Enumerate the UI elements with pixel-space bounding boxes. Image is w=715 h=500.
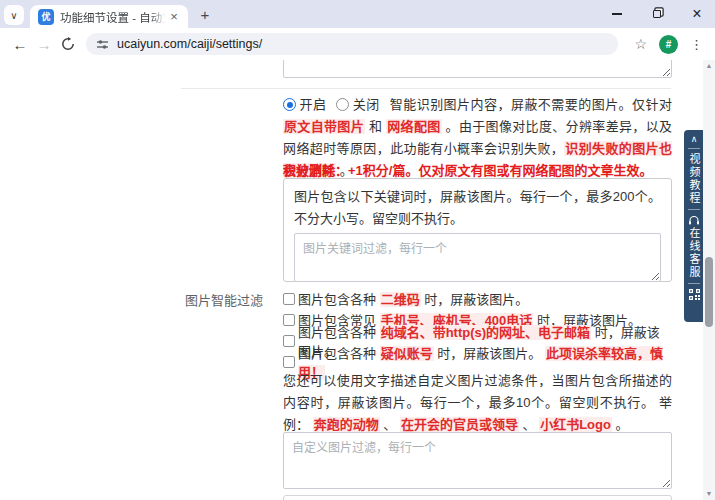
page-scrollbar[interactable]: ▲ ▼ xyxy=(703,60,715,500)
reload-icon xyxy=(61,37,75,51)
row-label-image-smart-filter: 图片智能过滤 xyxy=(185,290,263,309)
floating-side-panel: ∧ 视频教程 在线客服 xyxy=(684,130,704,322)
keyword-filter-group: 图片包含以下关键词时，屏蔽该图片。每行一个，最多200个。不分大小写。留空则不执… xyxy=(283,178,672,282)
checkbox-suspected-account[interactable]: 图片包含各种 疑似账号 时，屏蔽该图片。 此项误杀率较高，慎用！ xyxy=(283,351,672,372)
back-button[interactable]: ← xyxy=(8,32,32,56)
profile-avatar[interactable]: # xyxy=(659,35,678,54)
plus-icon: + xyxy=(201,6,210,23)
checkbox-qr-code[interactable]: 图片包含各种 二维码 时，屏蔽该图片。 xyxy=(283,288,672,309)
panel-divider xyxy=(688,148,700,149)
minimize-icon xyxy=(612,13,622,15)
scrollbar-thumb[interactable] xyxy=(705,257,713,327)
qr-code-icon[interactable] xyxy=(689,289,700,300)
checkbox-qr-code-label: 图片包含各种 二维码 时，屏蔽该图片。 xyxy=(298,289,528,308)
radio-on[interactable] xyxy=(283,98,296,111)
panel-divider xyxy=(688,209,700,210)
custom-filter-textarea[interactable] xyxy=(283,432,672,489)
minimize-button[interactable] xyxy=(609,6,625,22)
toolbar-right: ☆ # ⋮ xyxy=(634,35,707,54)
browser-toolbar: ← → ucaiyun.com/caiji/settings/ ☆ # ⋮ xyxy=(0,28,715,60)
keyword-filter-description: 图片包含以下关键词时，屏蔽该图片。每行一个，最多200个。不分大小写。留空则不执… xyxy=(294,186,661,230)
checkbox-icon[interactable] xyxy=(283,335,295,347)
collapse-panel-icon[interactable]: ∧ xyxy=(691,134,698,144)
browser-menu-icon[interactable]: ⋮ xyxy=(690,37,703,52)
radio-off-label: 关闭 xyxy=(352,97,379,112)
checkbox-icon[interactable] xyxy=(283,293,295,305)
scroll-up-arrow[interactable]: ▲ xyxy=(703,61,715,71)
panel-divider xyxy=(688,283,700,284)
forward-button[interactable]: → xyxy=(32,32,56,56)
scroll-down-arrow[interactable]: ▼ xyxy=(703,489,715,499)
settings-page: 图片智能过滤 开启关闭智能识别图片内容，屏蔽不需要的图片。仅针对 原文自带图片 … xyxy=(0,60,715,500)
keyword-filter-textarea[interactable] xyxy=(294,233,661,282)
site-favicon: 优 xyxy=(38,9,54,25)
restore-button[interactable] xyxy=(649,6,665,22)
custom-filter-description: 您还可以使用文字描述自定义图片过滤条件，当图片包含所描述的内容时，屏蔽该图片。每… xyxy=(283,370,672,436)
address-bar[interactable]: ucaiyun.com/caiji/settings/ xyxy=(86,33,618,55)
tab-search-button[interactable]: ∨ xyxy=(4,5,24,25)
close-window-button[interactable]: × xyxy=(689,6,705,22)
radio-on-label: 开启 xyxy=(299,97,326,112)
restore-icon xyxy=(653,10,661,18)
chevron-down-icon: ∨ xyxy=(10,10,17,21)
radio-off[interactable] xyxy=(336,98,349,111)
next-section-partial-box xyxy=(283,495,672,500)
tune-icon xyxy=(96,38,109,51)
tab-title: 功能细节设置 - 自动文章采集 xyxy=(60,9,166,25)
section-divider xyxy=(181,88,671,89)
previous-setting-textarea[interactable] xyxy=(283,60,672,78)
video-tutorial-button[interactable]: 视频教程 xyxy=(684,153,704,205)
url-text: ucaiyun.com/caiji/settings/ xyxy=(117,37,262,51)
headset-icon xyxy=(688,215,700,226)
new-tab-button[interactable]: + xyxy=(196,6,214,24)
reload-button[interactable] xyxy=(56,32,80,56)
online-service-button[interactable]: 在线客服 xyxy=(684,227,704,279)
window-controls: × xyxy=(609,0,709,28)
checkbox-icon[interactable] xyxy=(283,356,295,368)
checkbox-icon[interactable] xyxy=(283,314,295,326)
checkbox-list: 图片包含各种 二维码 时，屏蔽该图片。 图片包含常见 手机号、座机号、400电话… xyxy=(283,288,672,372)
tab-close-icon[interactable]: × xyxy=(166,9,182,25)
browser-tab[interactable]: 优 功能细节设置 - 自动文章采集 × xyxy=(30,5,188,28)
browser-tab-strip: ∨ 优 功能细节设置 - 自动文章采集 × + × xyxy=(0,0,715,28)
bookmark-star-icon[interactable]: ☆ xyxy=(634,36,647,52)
